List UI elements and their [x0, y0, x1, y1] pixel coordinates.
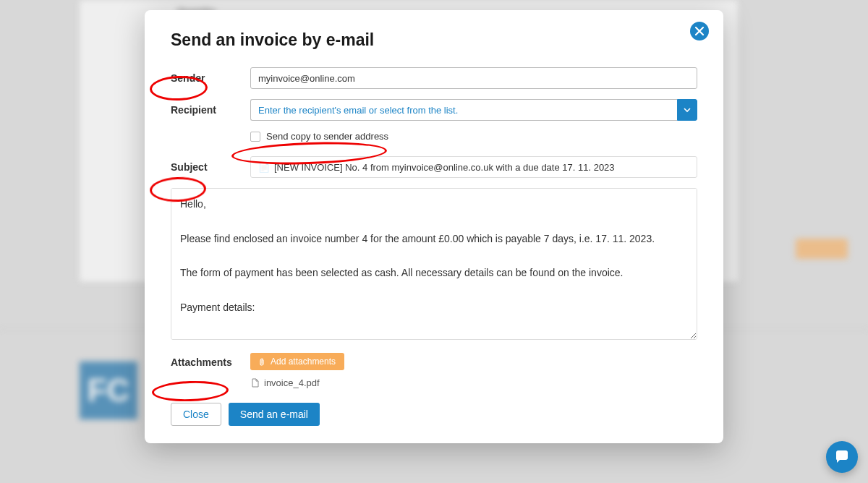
sender-label: Sender	[171, 72, 250, 84]
chat-bubble-button[interactable]	[826, 441, 858, 473]
send-email-button[interactable]: Send an e-mail	[229, 403, 320, 426]
recipient-dropdown-button[interactable]	[677, 99, 697, 121]
close-icon-button[interactable]	[690, 22, 709, 40]
subject-row: Subject 📄 [NEW INVOICE] No. 4 from myinv…	[171, 156, 697, 178]
recipient-label: Recipient	[171, 104, 250, 116]
recipient-row: Recipient	[171, 99, 697, 121]
attachment-item[interactable]: invoice_4.pdf	[250, 377, 697, 388]
paperclip-icon	[259, 358, 267, 366]
modal-overlay: Send an invoice by e-mail Sender Recipie…	[0, 0, 868, 483]
modal-title: Send an invoice by e-mail	[171, 30, 697, 50]
document-icon: 📄	[258, 162, 270, 173]
attachments-label: Attachments	[171, 353, 250, 368]
recipient-input[interactable]	[250, 99, 677, 121]
send-copy-checkbox[interactable]	[250, 132, 260, 142]
sender-input[interactable]	[250, 67, 697, 89]
body-textarea[interactable]	[171, 188, 697, 340]
close-icon	[694, 26, 705, 36]
subject-input[interactable]: 📄 [NEW INVOICE] No. 4 from myinvoice@onl…	[250, 156, 697, 178]
add-attachments-label: Add attachments	[271, 356, 336, 367]
send-copy-label: Send copy to sender address	[266, 131, 388, 142]
sender-row: Sender	[171, 67, 697, 89]
close-button[interactable]: Close	[171, 403, 221, 426]
modal-footer: Close Send an e-mail	[171, 403, 697, 426]
chat-icon	[834, 449, 850, 465]
attachments-row: Attachments Add attachments invoice_4.pd…	[171, 353, 697, 388]
send-invoice-modal: Send an invoice by e-mail Sender Recipie…	[145, 10, 723, 443]
send-copy-row: Send copy to sender address	[250, 131, 697, 142]
attachment-filename: invoice_4.pdf	[264, 377, 320, 388]
subject-label: Subject	[171, 161, 250, 173]
file-icon	[250, 378, 260, 388]
add-attachments-button[interactable]: Add attachments	[250, 353, 344, 370]
chevron-down-icon	[684, 106, 691, 114]
subject-text: [NEW INVOICE] No. 4 from myinvoice@onlin…	[274, 162, 615, 173]
